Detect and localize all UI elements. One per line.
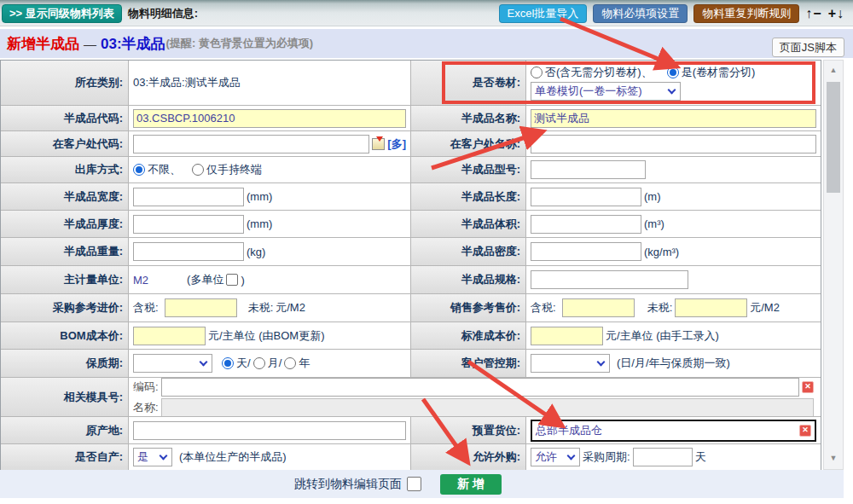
thickness-input[interactable] [133, 215, 244, 234]
isroll-no-label: 否(含无需分切卷材)、 [545, 65, 653, 80]
name-cell [526, 106, 821, 130]
std-cost-input[interactable] [531, 327, 603, 345]
row-outmode-model: 出库方式: 不限、 仅手持终端 半成品型号: [1, 157, 821, 183]
font-decrease-icon[interactable]: ↑− [805, 6, 821, 21]
vertical-scrollbar[interactable]: ▲ ▼ [823, 60, 844, 470]
required-hint: (提醒: 黄色背景位置为必填项) [166, 36, 314, 51]
cust-name-input[interactable] [531, 135, 816, 154]
origin-input[interactable] [133, 421, 406, 440]
multi-select-link[interactable]: [多] [387, 136, 406, 152]
shelf-year-radio[interactable] [284, 357, 296, 369]
required-fields-settings-button[interactable]: 物料必填项设置 [593, 4, 688, 23]
page-js-script-button[interactable]: 页面JS脚本 [772, 38, 844, 57]
row-weight-density: 半成品重量: (kg) 半成品密度: (kg/m³) [1, 238, 821, 266]
density-input[interactable] [531, 242, 641, 261]
cut-mode-select[interactable]: 单卷模切(一卷一标签) [531, 82, 681, 101]
model-input[interactable] [531, 160, 646, 179]
mould-code-input[interactable] [161, 378, 799, 397]
multi-unit-note-close: ) [241, 274, 244, 287]
scroll-down-icon[interactable]: ▼ [824, 454, 843, 462]
row-selfmade-outsource: 是否自产: 是 (本单位生产的半成品) 允许外购: 允许 采购周期: 天 [1, 444, 821, 470]
purchase-untaxed-label: 未税: [248, 300, 274, 316]
shelf-month-radio[interactable] [253, 357, 265, 369]
scroll-up-icon[interactable]: ▲ [824, 66, 843, 74]
row-custcode-custname: 在客户处代码: [多] 在客户处名称: [1, 131, 821, 157]
model-cell [526, 157, 821, 182]
shelf-day-radio[interactable] [222, 357, 234, 369]
code-label: 半成品代码: [1, 106, 129, 130]
name-input[interactable] [531, 109, 816, 128]
preset-loc-input[interactable]: 总部半成品仓 ✕ [531, 420, 816, 442]
isroll-yes-radio[interactable] [667, 67, 679, 78]
bom-cost-input[interactable] [133, 327, 206, 345]
shelf-life-cell: 天/ 月/ 年 [129, 350, 411, 377]
sale-untaxed-input[interactable] [675, 298, 747, 317]
volume-cell: (m³) [526, 211, 821, 237]
form-area: 所在类别: 03:半成品:测试半成品 是否卷材: 否(含无需分切卷材)、 是(卷… [0, 60, 844, 470]
shelf-day-label: 天/ [236, 356, 251, 371]
weight-unit: (kg) [247, 246, 265, 258]
title-category: 03:半成品 [101, 34, 165, 54]
spec-input[interactable] [531, 270, 688, 289]
isroll-no-radio[interactable] [531, 67, 543, 78]
self-made-label: 是否自产: [1, 444, 129, 470]
sale-unit: 元/M2 [750, 300, 780, 316]
length-input[interactable] [531, 188, 641, 206]
font-increase-icon[interactable]: +↓ [828, 6, 844, 21]
add-button[interactable]: 新 增 [440, 474, 502, 495]
outmode-unlimited-label: 不限、 [148, 162, 181, 177]
outmode-handheld-label: 仅手持终端 [206, 162, 262, 177]
cust-control-cell: (日/月/年与保质期一致) [526, 350, 821, 377]
std-cost-label: 标准成本价: [411, 322, 526, 349]
chevron-down-icon [200, 357, 208, 366]
sale-tax-input[interactable] [562, 298, 635, 317]
outmode-handheld-radio[interactable] [192, 164, 204, 176]
width-label: 半成品宽度: [1, 183, 129, 210]
cust-code-input[interactable] [133, 135, 369, 154]
thickness-label: 半成品厚度: [1, 211, 129, 237]
multi-unit-checkbox[interactable] [226, 274, 238, 286]
main-unit-value: M2 [133, 274, 148, 287]
purchase-cycle-input[interactable] [633, 448, 693, 466]
jump-to-edit-checkbox[interactable] [407, 477, 421, 491]
isroll-label: 是否卷材: [411, 61, 526, 105]
outsource-select[interactable]: 允许 [531, 448, 580, 466]
jump-to-edit-label: 跳转到物料编辑页面 [294, 477, 402, 492]
self-made-select[interactable]: 是 [133, 448, 172, 466]
page-title: 新增半成品 [7, 34, 79, 54]
clear-preset-loc-icon[interactable]: ✕ [799, 425, 811, 437]
model-label: 半成品型号: [411, 157, 526, 182]
width-input[interactable] [133, 188, 244, 206]
weight-label: 半成品重量: [1, 238, 129, 265]
mould-code-label: 编码: [133, 379, 159, 395]
outmode-unlimited-radio[interactable] [133, 164, 145, 176]
cust-control-label: 客户管控期: [411, 350, 526, 377]
code-input[interactable] [133, 109, 406, 128]
excel-batch-import-button[interactable]: Excel批量导入 [499, 4, 588, 23]
import-icon[interactable] [372, 138, 385, 150]
out-mode-label: 出库方式: [1, 157, 129, 182]
material-form: 所在类别: 03:半成品:测试半成品 是否卷材: 否(含无需分切卷材)、 是(卷… [0, 60, 821, 470]
clear-mould-icon[interactable]: ✕ [802, 381, 814, 393]
duplicate-rule-button[interactable]: 物料重复判断规则 [693, 4, 799, 23]
show-sibling-materials-button[interactable]: >> 显示同级物料列表 [2, 4, 122, 23]
purchase-tax-input[interactable] [165, 298, 237, 317]
shelf-life-select[interactable] [133, 354, 212, 373]
weight-input[interactable] [133, 242, 244, 261]
cust-control-select[interactable] [531, 354, 610, 373]
scrollbar-thumb[interactable] [827, 82, 840, 193]
cust-code-cell: [多] [129, 131, 411, 156]
preset-loc-label: 预置货位: [411, 417, 526, 443]
bom-cost-label: BOM成本价: [1, 322, 129, 349]
chevron-down-icon [160, 451, 168, 460]
title-separator: — [84, 37, 96, 51]
row-width-length: 半成品宽度: (mm) 半成品长度: (m) [1, 183, 821, 211]
origin-label: 原产地: [1, 417, 129, 443]
width-unit: (mm) [247, 190, 272, 203]
length-unit: (m) [644, 190, 661, 203]
purchase-price-label: 采购参考进价: [1, 294, 129, 322]
chevron-down-icon [668, 85, 676, 94]
volume-input[interactable] [531, 215, 641, 234]
cust-name-label: 在客户处名称: [411, 131, 526, 156]
origin-cell [129, 417, 411, 443]
